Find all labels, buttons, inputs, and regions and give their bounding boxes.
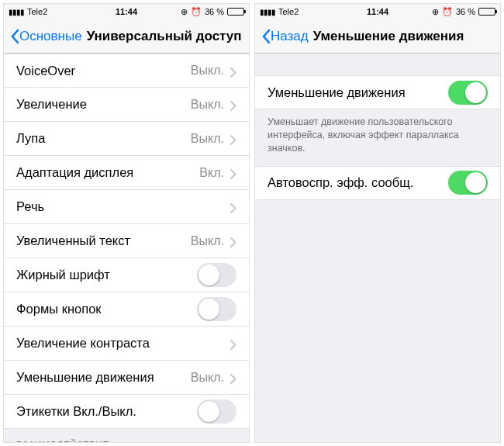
toggle-switch[interactable]	[197, 399, 236, 424]
page-title: Универсальный доступ	[87, 29, 242, 44]
nav-bar: Назад Уменьшение движения	[255, 19, 500, 54]
back-label: Назад	[271, 29, 309, 44]
battery-pct: 36 %	[205, 7, 224, 16]
chevron-right-icon	[230, 99, 236, 109]
settings-row: Формы кнопок	[4, 292, 249, 327]
row-label: Автовоспр. эфф. сообщ.	[268, 175, 448, 190]
back-label: Основные	[19, 29, 82, 44]
chevron-right-icon	[230, 66, 236, 76]
row-value: Выкл.	[191, 64, 224, 78]
row-label: Этикетки Вкл./Выкл.	[16, 404, 197, 419]
nav-bar: Основные Универсальный доступ	[4, 19, 249, 54]
chevron-right-icon	[230, 236, 236, 246]
alarm-icon: ⊕	[432, 7, 439, 17]
status-bar: ▮▮▮▮ Tele2 11:44 ⊕ ⏰ 36 %	[4, 4, 249, 19]
footer-note: Уменьшает движение пользовательского инт…	[255, 109, 500, 166]
clock: 11:44	[338, 7, 416, 16]
chevron-right-icon	[230, 338, 236, 348]
chevron-left-icon	[261, 29, 271, 44]
back-button[interactable]: Основные	[10, 29, 82, 44]
chevron-right-icon	[230, 133, 236, 143]
toggle-switch[interactable]	[197, 297, 236, 321]
chevron-right-icon	[230, 372, 236, 382]
settings-row[interactable]: VoiceOverВыкл.	[4, 54, 249, 88]
phone-left: ▮▮▮▮ Tele2 11:44 ⊕ ⏰ 36 % Основные Униве…	[3, 3, 250, 443]
settings-row: Уменьшение движения	[255, 75, 500, 109]
settings-list: VoiceOverВыкл.УвеличениеВыкл.ЛупаВыкл.Ад…	[4, 54, 249, 442]
signal-icon: ▮▮▮▮	[260, 8, 275, 16]
battery-icon	[227, 8, 244, 16]
row-label: Уменьшение движения	[16, 370, 191, 385]
settings-row[interactable]: Уменьшение движенияВыкл.	[4, 361, 249, 395]
row-label: Жирный шрифт	[16, 268, 197, 282]
row-value: Вкл.	[199, 166, 224, 180]
signal-icon: ▮▮▮▮	[9, 8, 24, 16]
battery-pct: 36 %	[456, 7, 475, 16]
settings-row[interactable]: Увеличение контраста	[4, 327, 249, 361]
alarm-icon: ⊕	[181, 7, 188, 17]
section-header-interaction: ВЗАИМОДЕЙСТВИЕ	[4, 429, 249, 442]
settings-row: Жирный шрифт	[4, 258, 249, 292]
settings-row[interactable]: Адаптация дисплеяВкл.	[4, 156, 249, 190]
row-label: Увеличение	[16, 97, 191, 112]
row-label: Уменьшение движения	[268, 85, 448, 100]
toggle-switch[interactable]	[448, 81, 488, 105]
row-value: Выкл.	[191, 98, 224, 112]
settings-list: Уменьшение движения Уменьшает движение п…	[255, 54, 500, 442]
settings-row: Автовоспр. эфф. сообщ.	[255, 166, 500, 200]
settings-row[interactable]: Увеличенный текстВыкл.	[4, 224, 249, 258]
carrier-label: Tele2	[27, 7, 47, 16]
page-title: Уменьшение движения	[313, 29, 464, 44]
row-label: Речь	[16, 199, 230, 214]
row-label: Лупа	[16, 131, 191, 146]
settings-row[interactable]: ЛупаВыкл.	[4, 122, 249, 156]
settings-row: Этикетки Вкл./Выкл.	[4, 395, 249, 429]
toggle-switch[interactable]	[197, 263, 236, 287]
row-label: Увеличение контраста	[16, 336, 230, 351]
alarm-clock-icon: ⏰	[442, 7, 453, 17]
chevron-left-icon	[10, 29, 19, 44]
phone-right: ▮▮▮▮ Tele2 11:44 ⊕ ⏰ 36 % Назад Уменьшен…	[254, 3, 501, 443]
toggle-switch[interactable]	[448, 171, 488, 195]
row-value: Выкл.	[191, 371, 224, 385]
row-label: Увеличенный текст	[16, 233, 191, 248]
chevron-right-icon	[230, 168, 236, 178]
carrier-label: Tele2	[278, 7, 299, 16]
battery-icon	[478, 8, 495, 16]
clock: 11:44	[87, 7, 165, 16]
back-button[interactable]: Назад	[261, 29, 309, 44]
row-label: VoiceOver	[16, 64, 191, 78]
alarm-clock-icon: ⏰	[191, 7, 202, 17]
row-label: Формы кнопок	[16, 302, 197, 316]
row-value: Выкл.	[191, 234, 224, 248]
row-value: Выкл.	[191, 132, 224, 146]
status-bar: ▮▮▮▮ Tele2 11:44 ⊕ ⏰ 36 %	[255, 4, 500, 19]
settings-row[interactable]: Речь	[4, 190, 249, 224]
settings-row[interactable]: УвеличениеВыкл.	[4, 88, 249, 122]
chevron-right-icon	[230, 202, 236, 212]
row-label: Адаптация дисплея	[16, 165, 199, 180]
